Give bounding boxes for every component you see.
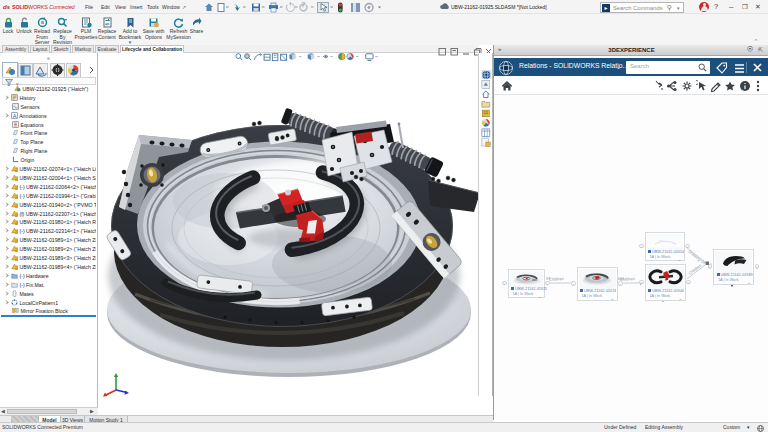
- svg-text:Children: Children: [549, 276, 564, 282]
- svg-text:A: A: [13, 112, 17, 118]
- svg-text:Drawing Of: Drawing Of: [687, 249, 707, 266]
- svg-text:Children: Children: [688, 263, 703, 276]
